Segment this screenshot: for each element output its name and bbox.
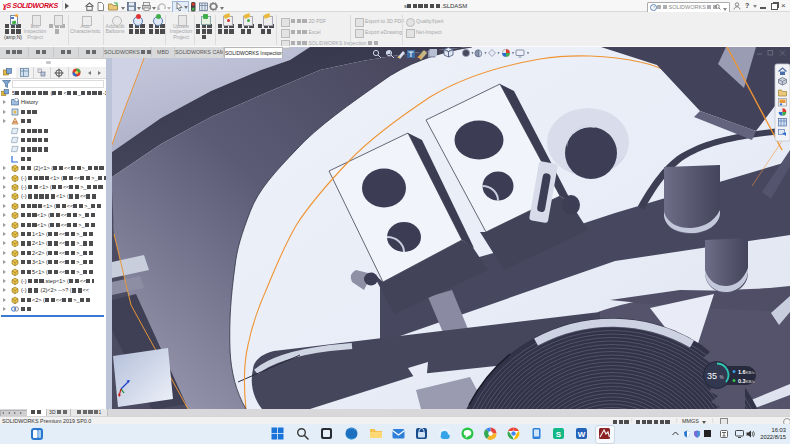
svg-text:%: % bbox=[720, 375, 724, 380]
svg-text:W: W bbox=[578, 430, 586, 439]
svg-text:0.3KB/s: 0.3KB/s bbox=[738, 378, 756, 384]
svg-text:S: S bbox=[556, 430, 562, 439]
svg-text:1.6KB/s: 1.6KB/s bbox=[738, 369, 756, 375]
svg-text:35: 35 bbox=[707, 371, 717, 381]
